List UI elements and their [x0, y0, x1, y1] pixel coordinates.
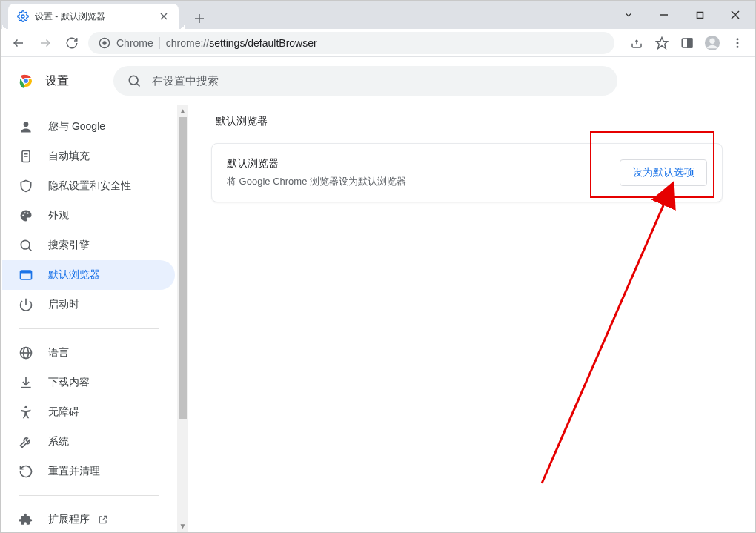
- sidebar-item-search[interactable]: 搜索引擎: [2, 231, 175, 260]
- svg-point-44: [24, 406, 27, 408]
- settings-sidebar: 您与 Google自动填充隐私设置和安全性外观搜索引擎默认浏览器启动时 语言下载…: [1, 105, 189, 532]
- svg-line-35: [29, 248, 32, 251]
- close-tab-icon[interactable]: [158, 10, 170, 22]
- svg-point-27: [24, 122, 29, 127]
- scroll-up-icon[interactable]: ▲: [177, 105, 188, 117]
- svg-point-19: [737, 38, 739, 40]
- sidebar-item-reset[interactable]: 重置并清理: [2, 457, 175, 486]
- divider: [19, 328, 159, 329]
- autofill-icon: [19, 149, 33, 164]
- sidebar-item-ext[interactable]: 扩展程序: [2, 505, 175, 532]
- svg-point-12: [102, 41, 106, 44]
- kebab-menu-icon[interactable]: [727, 33, 748, 53]
- settings-header: 设置 在设置中搜索: [1, 57, 755, 105]
- sidebar-item-autofill[interactable]: 自动填充: [2, 142, 175, 171]
- side-panel-icon[interactable]: [677, 33, 697, 53]
- chrome-logo-icon: [17, 72, 35, 90]
- svg-point-31: [22, 215, 24, 216]
- sidebar-item-a11y[interactable]: 无障碍: [2, 397, 175, 427]
- svg-rect-16: [688, 39, 692, 47]
- back-button[interactable]: [8, 33, 29, 53]
- search-icon: [127, 73, 142, 88]
- sidebar-item-shield[interactable]: 隐私设置和安全性: [2, 171, 175, 201]
- sidebar-item-label: 自动填充: [48, 150, 90, 163]
- sidebar-item-power[interactable]: 启动时: [2, 290, 175, 320]
- a11y-icon: [19, 405, 33, 420]
- minimize-icon[interactable]: [657, 8, 671, 21]
- wrench-icon: [19, 434, 33, 449]
- scroll-down-icon[interactable]: ▼: [177, 520, 188, 532]
- sidebar-item-label: 下载内容: [48, 376, 90, 389]
- browser-icon: [19, 268, 33, 282]
- sidebar-scrollbar[interactable]: ▲ ▼: [177, 105, 188, 532]
- svg-marker-14: [657, 37, 668, 48]
- person-icon: [19, 119, 33, 134]
- power-icon: [19, 297, 33, 312]
- sidebar-item-label: 扩展程序: [48, 513, 90, 526]
- url-text: chrome://settings/defaultBrowser: [166, 37, 317, 49]
- sidebar-item-label: 启动时: [48, 298, 79, 311]
- page-title: 设置: [45, 73, 69, 89]
- profile-icon[interactable]: [702, 33, 723, 53]
- sidebar-item-download[interactable]: 下载内容: [2, 368, 175, 397]
- external-link-icon: [97, 514, 109, 526]
- card-title: 默认浏览器: [227, 157, 605, 171]
- sidebar-item-person[interactable]: 您与 Google: [2, 112, 175, 142]
- svg-point-25: [129, 76, 138, 85]
- sidebar-item-label: 搜索引擎: [48, 239, 90, 252]
- address-bar[interactable]: Chrome chrome://settings/defaultBrowser: [88, 32, 614, 54]
- svg-point-34: [21, 240, 30, 249]
- default-browser-card: 默认浏览器 将 Google Chrome 浏览器设为默认浏览器 设为默认选项: [211, 143, 723, 202]
- settings-search[interactable]: 在设置中搜索: [113, 66, 617, 96]
- svg-point-18: [709, 38, 714, 43]
- forward-button[interactable]: [35, 33, 56, 53]
- reset-icon: [19, 464, 33, 479]
- svg-point-20: [737, 42, 739, 44]
- section-title: 默认浏览器: [216, 115, 723, 128]
- palette-icon: [19, 208, 33, 223]
- tab-title: 设置 - 默认浏览器: [35, 10, 152, 23]
- browser-tab[interactable]: 设置 - 默认浏览器: [8, 4, 179, 29]
- secure-label: Chrome: [116, 37, 153, 49]
- sidebar-item-label: 无障碍: [48, 405, 79, 419]
- sidebar-item-palette[interactable]: 外观: [2, 201, 175, 231]
- svg-point-21: [737, 45, 739, 47]
- ext-icon: [19, 512, 33, 527]
- sidebar-item-label: 系统: [48, 435, 69, 448]
- make-default-button[interactable]: 设为默认选项: [620, 159, 707, 186]
- chevron-down-icon[interactable]: [622, 8, 635, 21]
- svg-rect-37: [21, 271, 32, 273]
- window-controls: [609, 1, 755, 29]
- settings-main: 默认浏览器 默认浏览器 将 Google Chrome 浏览器设为默认浏览器 设…: [189, 105, 755, 532]
- sidebar-item-label: 重置并清理: [48, 465, 100, 478]
- separator: [159, 37, 160, 49]
- sidebar-item-label: 语言: [48, 346, 69, 360]
- svg-line-45: [102, 516, 106, 520]
- svg-point-33: [27, 213, 28, 214]
- bookmark-icon[interactable]: [651, 33, 672, 53]
- site-info[interactable]: Chrome: [99, 37, 153, 49]
- browser-toolbar: Chrome chrome://settings/defaultBrowser: [1, 29, 755, 57]
- sidebar-item-browser[interactable]: 默认浏览器: [2, 260, 175, 290]
- shield-icon: [19, 179, 33, 193]
- maximize-icon[interactable]: [693, 8, 706, 21]
- svg-rect-1: [697, 12, 703, 18]
- svg-point-4: [21, 15, 24, 18]
- search-placeholder: 在设置中搜索: [152, 74, 219, 88]
- sidebar-item-globe[interactable]: 语言: [2, 338, 175, 368]
- share-icon[interactable]: [626, 33, 647, 53]
- settings-page: 设置 在设置中搜索 您与 Google自动填充隐私设置和安全性外观搜索引擎默认浏…: [1, 57, 755, 532]
- sidebar-item-label: 默认浏览器: [48, 268, 100, 282]
- download-icon: [19, 375, 33, 390]
- scroll-thumb[interactable]: [179, 117, 187, 419]
- new-tab-button[interactable]: [189, 8, 210, 29]
- svg-point-32: [24, 212, 26, 213]
- card-subtitle: 将 Google Chrome 浏览器设为默认浏览器: [227, 175, 605, 188]
- reload-button[interactable]: [62, 33, 82, 53]
- sidebar-item-wrench[interactable]: 系统: [2, 427, 175, 457]
- sidebar-item-label: 外观: [48, 209, 69, 222]
- sidebar-item-label: 您与 Google: [48, 120, 105, 133]
- search-icon: [19, 238, 33, 253]
- close-window-icon[interactable]: [729, 8, 742, 21]
- svg-line-26: [137, 84, 140, 87]
